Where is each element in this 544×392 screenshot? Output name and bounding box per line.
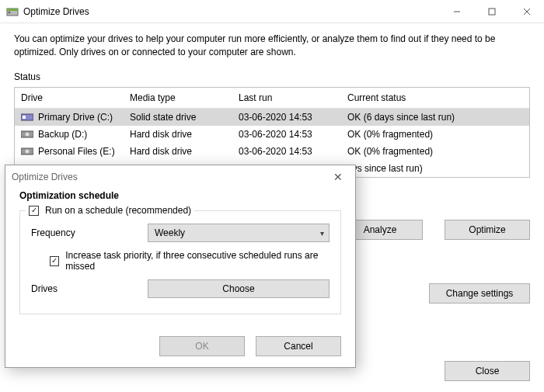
last-run: 03-06-2020 14:53 bbox=[232, 109, 341, 126]
table-row[interactable]: Personal Files (E:)Hard disk drive03-06-… bbox=[15, 143, 529, 160]
chevron-down-icon: ▾ bbox=[320, 229, 324, 238]
ok-button[interactable]: OK bbox=[159, 336, 245, 356]
current-status: OK (0% fragmented) bbox=[341, 126, 529, 143]
window-controls bbox=[439, 0, 544, 23]
window-title: Optimize Drives bbox=[23, 6, 439, 17]
intro-text: You can optimize your drives to help you… bbox=[14, 33, 530, 59]
media-type: Solid state drive bbox=[124, 109, 232, 126]
drives-label: Drives bbox=[31, 283, 148, 294]
cancel-button[interactable]: Cancel bbox=[256, 336, 341, 356]
checkbox-icon: ✓ bbox=[50, 256, 59, 266]
maximize-button[interactable] bbox=[474, 0, 509, 23]
svg-point-10 bbox=[26, 132, 30, 136]
header-status: Current status bbox=[341, 88, 529, 108]
last-run: 03-06-2020 14:53 bbox=[232, 126, 341, 143]
choose-button[interactable]: Choose bbox=[148, 279, 330, 298]
drive-name: Primary Drive (C:) bbox=[38, 112, 113, 123]
current-status: ays since last run) bbox=[341, 160, 529, 177]
media-type: Hard disk drive bbox=[124, 143, 232, 160]
change-settings-button[interactable]: Change settings bbox=[429, 283, 530, 304]
svg-point-2 bbox=[9, 11, 11, 13]
drive-name: Backup (D:) bbox=[38, 129, 87, 140]
status-label: Status bbox=[14, 71, 530, 82]
increase-priority-label: Increase task priority, if three consecu… bbox=[65, 250, 330, 272]
schedule-dialog: Optimize Drives ✕ Optimization schedule … bbox=[5, 165, 356, 368]
optimize-button[interactable]: Optimize bbox=[445, 220, 530, 240]
dialog-close-button[interactable]: ✕ bbox=[327, 171, 349, 183]
drive-icon bbox=[21, 147, 33, 156]
header-last-run: Last run bbox=[232, 88, 341, 108]
header-media: Media type bbox=[124, 88, 232, 108]
checkbox-icon: ✓ bbox=[29, 206, 39, 216]
table-row[interactable]: Backup (D:)Hard disk drive03-06-2020 14:… bbox=[15, 126, 529, 143]
drive-icon bbox=[21, 130, 33, 139]
current-status: OK (6 days since last run) bbox=[341, 109, 529, 126]
frequency-value: Weekly bbox=[155, 227, 185, 238]
dialog-title-bar: Optimize Drives ✕ bbox=[5, 165, 355, 189]
media-type: Hard disk drive bbox=[124, 126, 232, 143]
svg-rect-1 bbox=[7, 9, 18, 11]
close-button[interactable] bbox=[509, 0, 544, 23]
minimize-button[interactable] bbox=[439, 0, 474, 23]
drive-icon bbox=[21, 113, 33, 122]
close-main-button[interactable]: Close bbox=[445, 361, 530, 381]
schedule-heading: Optimization schedule bbox=[19, 190, 341, 201]
run-schedule-checkbox-row[interactable]: ✓ Run on a schedule (recommended) bbox=[26, 205, 194, 216]
frequency-label: Frequency bbox=[31, 227, 148, 238]
frequency-select[interactable]: Weekly ▾ bbox=[148, 224, 330, 242]
svg-rect-8 bbox=[23, 116, 26, 119]
table-header[interactable]: Drive Media type Last run Current status bbox=[15, 88, 529, 109]
app-icon bbox=[6, 5, 19, 18]
svg-point-12 bbox=[26, 149, 30, 153]
dialog-footer: OK Cancel bbox=[5, 325, 355, 367]
last-run: 03-06-2020 14:53 bbox=[232, 143, 341, 160]
dialog-title: Optimize Drives bbox=[12, 172, 78, 182]
run-schedule-label: Run on a schedule (recommended) bbox=[45, 205, 191, 216]
current-status: OK (0% fragmented) bbox=[341, 143, 529, 160]
drive-name: Personal Files (E:) bbox=[38, 146, 115, 157]
schedule-fieldset: ✓ Run on a schedule (recommended) Freque… bbox=[19, 210, 341, 314]
header-drive: Drive bbox=[15, 88, 124, 108]
increase-priority-checkbox-row[interactable]: ✓ Increase task priority, if three conse… bbox=[31, 250, 330, 272]
svg-rect-4 bbox=[489, 9, 495, 15]
table-row[interactable]: Primary Drive (C:)Solid state drive03-06… bbox=[15, 109, 529, 126]
title-bar: Optimize Drives bbox=[0, 0, 544, 23]
